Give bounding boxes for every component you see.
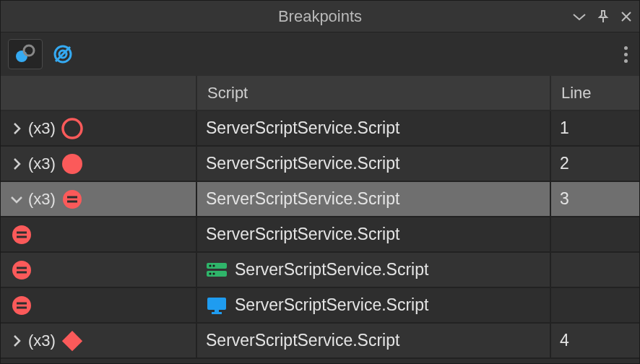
panel-titlebar: Breakpoints — [1, 1, 639, 32]
svg-point-19 — [212, 264, 215, 266]
row-script-cell[interactable]: ServerScriptService.Script — [197, 324, 551, 359]
svg-point-1 — [24, 46, 34, 56]
pin-icon[interactable] — [597, 10, 609, 23]
svg-point-6 — [62, 154, 82, 174]
svg-rect-29 — [215, 310, 219, 312]
row-line-cell: 2 — [551, 147, 640, 182]
svg-point-0 — [16, 51, 27, 62]
table-row[interactable]: (x3)ServerScriptService.Script1 — [1, 111, 639, 147]
svg-point-22 — [12, 296, 31, 315]
row-script-cell[interactable]: ServerScriptService.Script — [197, 182, 551, 217]
row-script-path: ServerScriptService.Script — [206, 225, 399, 244]
breakpoint-icon[interactable] — [9, 222, 34, 247]
breakpoint-icon[interactable] — [60, 152, 85, 176]
row-script-path: ServerScriptService.Script — [206, 189, 399, 209]
svg-rect-24 — [17, 306, 27, 308]
row-expand-cell[interactable] — [1, 288, 197, 324]
row-script-cell[interactable]: ServerScriptService.Script — [197, 217, 551, 253]
table-row[interactable]: (x3)ServerScriptService.Script3 — [1, 182, 639, 217]
row-script-path: ServerScriptService.Script — [206, 154, 399, 173]
row-expand-cell[interactable]: (x3) — [1, 182, 197, 217]
column-header-script[interactable]: Script — [197, 76, 551, 111]
filter-all-breakpoints-button[interactable] — [46, 39, 80, 69]
row-line-number: 3 — [560, 189, 569, 209]
svg-point-13 — [12, 261, 31, 280]
breakpoint-icon[interactable] — [60, 187, 85, 212]
row-script-path: ServerScriptService.Script — [206, 118, 399, 138]
row-line-cell: 4 — [551, 324, 640, 359]
breakpoint-icon[interactable] — [60, 329, 85, 353]
row-count: (x3) — [28, 190, 56, 209]
table-row[interactable]: ServerScriptService.Script — [1, 253, 639, 288]
row-script-cell[interactable]: ServerScriptService.Script — [197, 147, 551, 182]
svg-point-7 — [63, 190, 82, 209]
breakpoint-icon[interactable] — [60, 116, 85, 141]
row-line-number: 4 — [560, 331, 569, 350]
row-count: (x3) — [28, 332, 56, 350]
svg-point-5 — [63, 119, 82, 138]
row-line-cell — [551, 288, 640, 324]
svg-rect-15 — [17, 271, 27, 273]
svg-rect-12 — [17, 235, 27, 238]
chevron-right-icon[interactable] — [9, 334, 24, 347]
table-header-row: Script Line — [1, 76, 639, 111]
client-icon — [206, 297, 228, 314]
row-line-cell: 3 — [551, 182, 640, 217]
close-icon[interactable] — [620, 11, 632, 22]
row-count: (x3) — [28, 119, 56, 138]
row-script-path: ServerScriptService.Script — [235, 295, 428, 315]
svg-rect-8 — [67, 196, 77, 198]
breakpoint-icon[interactable] — [9, 258, 34, 282]
svg-point-20 — [209, 272, 211, 274]
panel-title: Breakpoints — [278, 7, 362, 26]
breakpoints-table: Script Line (x3)ServerScriptService.Scri… — [1, 76, 639, 359]
svg-rect-11 — [17, 231, 27, 233]
table-row[interactable]: (x3)ServerScriptService.Script4 — [1, 324, 639, 359]
row-line-number: 2 — [560, 154, 569, 173]
table-row[interactable]: (x3)ServerScriptService.Script2 — [1, 147, 639, 182]
svg-rect-31 — [62, 331, 82, 351]
svg-point-21 — [212, 272, 215, 274]
breakpoint-icon[interactable] — [9, 293, 34, 318]
chevron-right-icon[interactable] — [9, 122, 24, 135]
row-expand-cell[interactable]: (x3) — [1, 324, 197, 359]
table-row[interactable]: ServerScriptService.Script — [1, 288, 639, 324]
svg-rect-9 — [67, 200, 77, 202]
column-header-line[interactable]: Line — [551, 76, 640, 111]
row-expand-cell[interactable] — [1, 217, 197, 253]
svg-rect-14 — [17, 266, 27, 269]
row-expand-cell[interactable]: (x3) — [1, 147, 197, 182]
toolbar-more-button[interactable] — [624, 32, 628, 76]
row-expand-cell[interactable] — [1, 253, 197, 288]
panel-toolbar — [1, 32, 639, 76]
server-icon — [206, 261, 228, 279]
svg-rect-23 — [17, 302, 27, 304]
svg-rect-30 — [212, 312, 222, 314]
row-line-cell — [551, 217, 640, 253]
more-vertical-icon — [624, 46, 628, 63]
row-script-cell[interactable]: ServerScriptService.Script — [197, 253, 551, 288]
row-count: (x3) — [28, 155, 56, 173]
svg-point-18 — [209, 264, 211, 266]
row-script-path: ServerScriptService.Script — [206, 331, 399, 350]
chevron-right-icon[interactable] — [9, 157, 24, 170]
row-line-cell — [551, 253, 640, 288]
row-script-path: ServerScriptService.Script — [235, 260, 428, 280]
filter-my-breakpoints-button[interactable] — [8, 39, 43, 69]
collapse-icon[interactable] — [573, 12, 586, 21]
row-line-cell: 1 — [551, 111, 640, 147]
chevron-down-icon[interactable] — [9, 194, 24, 204]
row-script-cell[interactable]: ServerScriptService.Script — [197, 288, 551, 324]
row-expand-cell[interactable]: (x3) — [1, 111, 197, 147]
column-header-expand[interactable] — [1, 76, 197, 111]
row-line-number: 1 — [560, 118, 569, 138]
svg-point-10 — [12, 225, 31, 244]
panel-window-controls — [573, 1, 632, 32]
table-row[interactable]: ServerScriptService.Script — [1, 217, 639, 253]
row-script-cell[interactable]: ServerScriptService.Script — [197, 111, 551, 147]
